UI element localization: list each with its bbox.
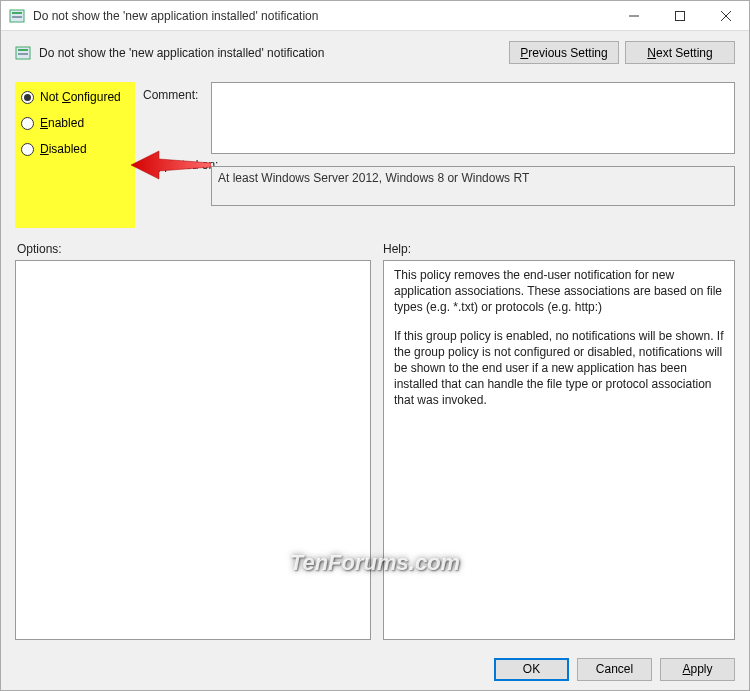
policy-icon: [15, 45, 31, 61]
maximize-button[interactable]: [657, 1, 703, 31]
header-row: Do not show the 'new application install…: [15, 41, 735, 64]
radio-icon: [21, 91, 34, 104]
svg-rect-2: [12, 16, 22, 18]
ok-button[interactable]: OK: [494, 658, 569, 681]
radio-group: Not Configured Enabled Disabled: [15, 82, 135, 228]
supported-on-label: Supported on:: [143, 158, 211, 172]
field-values: [211, 82, 735, 228]
previous-setting-button[interactable]: Previous Setting: [509, 41, 619, 64]
supported-on-value: [211, 166, 735, 206]
radio-disabled[interactable]: Disabled: [21, 142, 129, 156]
help-label: Help:: [383, 242, 735, 256]
apply-button[interactable]: Apply: [660, 658, 735, 681]
footer: OK Cancel Apply: [1, 648, 749, 690]
panels: This policy removes the end-user notific…: [15, 260, 735, 640]
gpedit-policy-dialog: Do not show the 'new application install…: [0, 0, 750, 691]
titlebar[interactable]: Do not show the 'new application install…: [1, 1, 749, 31]
policy-title: Do not show the 'new application install…: [39, 46, 509, 60]
svg-rect-1: [12, 12, 22, 14]
cancel-button[interactable]: Cancel: [577, 658, 652, 681]
options-label: Options:: [15, 242, 383, 256]
help-text: If this group policy is enabled, no noti…: [394, 328, 724, 409]
radio-not-configured[interactable]: Not Configured: [21, 90, 129, 104]
svg-rect-9: [18, 53, 28, 55]
help-panel: This policy removes the end-user notific…: [383, 260, 735, 640]
help-text: This policy removes the end-user notific…: [394, 267, 724, 316]
next-setting-button[interactable]: Next Setting: [625, 41, 735, 64]
minimize-button[interactable]: [611, 1, 657, 31]
dialog-content: Do not show the 'new application install…: [1, 31, 749, 648]
svg-rect-8: [18, 49, 28, 51]
comment-input[interactable]: [211, 82, 735, 154]
panel-labels: Options: Help:: [15, 242, 735, 256]
close-button[interactable]: [703, 1, 749, 31]
window-title: Do not show the 'new application install…: [33, 9, 611, 23]
field-labels: Comment: Supported on:: [135, 82, 211, 228]
app-icon: [9, 8, 25, 24]
radio-icon: [21, 117, 34, 130]
radio-icon: [21, 143, 34, 156]
options-panel: [15, 260, 371, 640]
radio-enabled[interactable]: Enabled: [21, 116, 129, 130]
svg-rect-4: [676, 11, 685, 20]
state-section: Not Configured Enabled Disabled Comment:…: [15, 82, 735, 228]
comment-label: Comment:: [143, 88, 211, 102]
